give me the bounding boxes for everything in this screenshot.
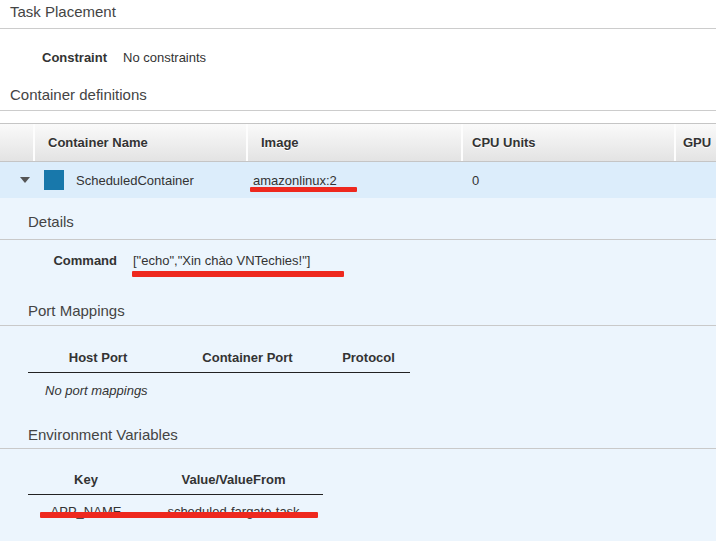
column-header-gpu: GPU — [676, 124, 716, 161]
column-header-value-valuefrom: Value/ValueFrom — [144, 472, 323, 488]
constraint-row: Constraint No constraints — [0, 50, 716, 66]
container-row[interactable]: ScheduledContainer amazonlinux:2 0 — [0, 162, 716, 198]
column-header-image: Image — [248, 124, 463, 161]
command-value: ["echo","Xin chào VNTechies!"] — [133, 253, 310, 269]
task-placement-heading: Task Placement — [0, 0, 716, 21]
container-table-header: Container Name Image CPU Units GPU — [0, 123, 716, 162]
red-underline-annotation-image — [250, 187, 357, 192]
expander-column-header — [0, 124, 35, 161]
divider — [0, 110, 716, 111]
command-label: Command — [0, 253, 117, 269]
no-port-mappings-text: No port mappings — [45, 383, 716, 399]
container-detail-panel: Details Command ["echo","Xin chào VNTech… — [0, 198, 716, 541]
container-cpu-cell: 0 — [463, 162, 676, 198]
container-definitions-heading: Container definitions — [0, 86, 716, 104]
environment-variables-heading: Environment Variables — [0, 399, 716, 444]
task-definition-page: Task Placement Constraint No constraints… — [0, 0, 716, 541]
port-mappings-table-header: Host Port Container Port Protocol — [28, 350, 410, 373]
row-expander[interactable] — [0, 162, 35, 198]
divider — [0, 28, 716, 29]
divider — [0, 448, 716, 449]
column-header-cpu-units: CPU Units — [463, 124, 676, 161]
container-image-cell: amazonlinux:2 — [248, 162, 463, 198]
column-header-key: Key — [28, 472, 144, 488]
caret-down-icon — [20, 177, 30, 183]
column-header-host-port: Host Port — [28, 350, 168, 366]
red-underline-annotation-command — [132, 271, 344, 277]
container-name: ScheduledContainer — [76, 173, 194, 188]
details-heading: Details — [0, 198, 716, 231]
red-underline-annotation-env-var — [40, 512, 318, 518]
environment-variables-table-header: Key Value/ValueFrom — [28, 472, 323, 495]
port-mappings-table: Host Port Container Port Protocol — [28, 350, 410, 373]
column-header-container-name: Container Name — [35, 124, 248, 161]
command-row: Command ["echo","Xin chào VNTechies!"] — [0, 253, 716, 269]
divider — [0, 325, 716, 326]
container-name-cell: ScheduledContainer — [35, 162, 248, 198]
container-gpu-cell — [676, 162, 716, 198]
container-square-icon — [44, 170, 64, 190]
constraint-value: No constraints — [123, 50, 206, 66]
constraint-label: Constraint — [0, 50, 107, 66]
port-mappings-heading: Port Mappings — [0, 269, 716, 320]
column-header-protocol: Protocol — [327, 350, 410, 366]
column-header-container-port: Container Port — [168, 350, 327, 366]
divider — [0, 239, 716, 240]
